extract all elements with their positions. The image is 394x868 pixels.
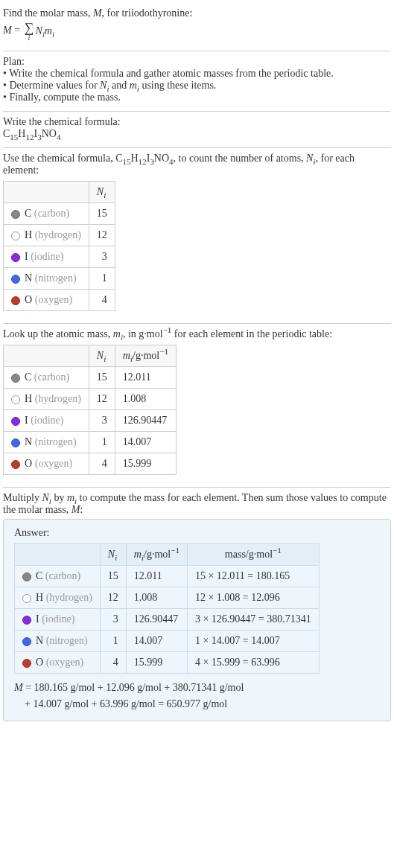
th-m: m — [123, 350, 130, 361]
th-exp: −1 — [159, 347, 168, 356]
compute-pre: Multiply — [3, 492, 42, 503]
elem-sym: I — [25, 251, 28, 262]
elem-sym: O — [36, 657, 43, 668]
cell-val: 15 — [89, 203, 115, 225]
elem-name: (nitrogen) — [35, 272, 77, 284]
plan-bullet-3: • Finally, compute the mass. — [3, 92, 391, 103]
compute-post: : — [80, 504, 83, 515]
compute-Mvar: M — [72, 504, 80, 515]
section-intro: Find the molar mass, M, for triiodothyro… — [3, 3, 391, 51]
section-count: Use the chemical formula, C15H12I3NO4, t… — [3, 148, 391, 324]
cf-O: O — [49, 128, 57, 139]
cell-val: 1 — [89, 268, 115, 290]
count-post-pre: , to count the number of atoms, — [174, 153, 306, 164]
plan-b2-mid: and — [109, 80, 129, 91]
cell-n: 4 — [89, 453, 115, 475]
cell-elem: N (nitrogen) — [4, 432, 89, 453]
cell-elem: C (carbon) — [4, 203, 89, 225]
th-i: i — [115, 553, 117, 562]
compute-text: Multiply Ni by mi to compute the mass fo… — [3, 492, 391, 516]
cell-n: 3 — [100, 609, 126, 631]
cell-mass: 1 × 14.007 = 14.007 — [187, 631, 319, 652]
element-dot-icon — [11, 438, 20, 447]
cell-m: 1.008 — [115, 389, 176, 410]
section-compute: Multiply Ni by mi to compute the mass fo… — [3, 488, 391, 729]
result-M: M — [14, 682, 23, 693]
cell-elem: N (nitrogen) — [4, 268, 89, 290]
element-dot-icon — [11, 253, 20, 262]
cell-elem: I (iodine) — [4, 246, 89, 268]
masses-exp: −1 — [163, 325, 172, 334]
elem-name: (hydrogen) — [35, 393, 81, 404]
th-mass: mass/g·mol−1 — [187, 544, 319, 566]
th-Ni: Ni — [100, 544, 126, 566]
cf-O-n: 4 — [57, 133, 61, 141]
chem-formula: C15H12I3NO4 — [3, 128, 391, 140]
elem-name: (carbon) — [34, 208, 69, 219]
plan-bullet-2: • Determine values for Ni and mi using t… — [3, 80, 391, 92]
cf2-N: N — [154, 153, 162, 164]
th-N: N — [97, 350, 104, 361]
elem-sym: C — [36, 570, 42, 581]
plan-b2-post: using these items. — [139, 80, 216, 91]
cell-m: 126.90447 — [126, 609, 187, 631]
th-mi: mi/g·mol−1 — [126, 544, 187, 566]
elem-name: (nitrogen) — [46, 635, 88, 646]
compute-mid1: by — [51, 492, 67, 503]
masses-mid: , in g·mol — [123, 328, 163, 339]
cell-m: 12.011 — [115, 367, 176, 389]
count-text: Use the chemical formula, C15H12I3NO4, t… — [3, 153, 391, 176]
elem-sym: C — [25, 208, 31, 219]
plan-bullet-1: • Write the chemical formula and gather … — [3, 68, 391, 80]
table-header-row: Ni mi/g·mol−1 mass/g·mol−1 — [15, 544, 320, 566]
cf2-C: C — [115, 153, 122, 164]
th-mass-text: mass/g·mol — [225, 549, 273, 560]
cell-n: 12 — [89, 389, 115, 410]
cf2-C-n: 15 — [123, 157, 131, 166]
cell-mass: 12 × 1.008 = 12.096 — [187, 587, 319, 609]
element-dot-icon — [11, 275, 20, 284]
count-pre: Use the chemical formula, — [3, 153, 115, 164]
answer-result: M = 180.165 g/mol + 12.096 g/mol + 380.7… — [14, 680, 380, 713]
masses-post: for each element in the periodic table: — [171, 328, 332, 339]
th-unit: /g·mol — [144, 549, 171, 560]
cf-H-n: 12 — [25, 133, 34, 141]
element-dot-icon — [22, 594, 31, 603]
sum-under: i — [28, 34, 31, 42]
th-N: N — [108, 549, 115, 560]
cell-mass: 4 × 15.999 = 63.996 — [187, 652, 319, 674]
cell-val: 4 — [89, 290, 115, 311]
count-table: Ni C (carbon)15 H (hydrogen)12 I (iodine… — [3, 181, 115, 311]
elem-sym: H — [25, 229, 32, 240]
sum-m: m — [45, 25, 52, 36]
count-formula: C15H12I3NO4 — [115, 153, 173, 164]
cf2-H: H — [131, 153, 139, 164]
element-dot-icon — [11, 296, 20, 305]
th-blank — [4, 345, 89, 367]
th-exp: −1 — [171, 546, 179, 555]
elem-sym: N — [36, 635, 43, 646]
elem-name: (oxygen) — [35, 458, 73, 469]
section-chem-formula: Write the chemical formula: C15H12I3NO4 — [3, 112, 391, 148]
cell-m: 14.007 — [126, 631, 187, 652]
th-Ni: Ni — [89, 182, 115, 203]
elem-name: (oxygen) — [46, 657, 84, 668]
sum-expression: ∑ i Nimi — [23, 21, 54, 42]
elem-sym: O — [25, 458, 32, 469]
cell-elem: H (hydrogen) — [15, 587, 101, 609]
element-dot-icon — [11, 232, 20, 240]
cell-n: 15 — [100, 566, 126, 587]
plan-title: Plan: — [3, 56, 391, 68]
elem-sym: I — [25, 415, 28, 426]
cell-elem: O (oxygen) — [4, 453, 89, 475]
cell-n: 15 — [89, 367, 115, 389]
element-dot-icon — [11, 395, 20, 404]
table-row: N (nitrogen)114.0071 × 14.007 = 14.007 — [15, 631, 320, 652]
table-row: C (carbon)15 — [4, 203, 115, 225]
cf-H: H — [18, 128, 25, 139]
cell-n: 1 — [89, 432, 115, 453]
table-row: H (hydrogen)121.00812 × 1.008 = 12.096 — [15, 587, 320, 609]
elem-name: (iodine) — [31, 415, 63, 426]
sum-N: N — [35, 25, 42, 36]
sum-symbol: ∑ i — [25, 21, 34, 42]
